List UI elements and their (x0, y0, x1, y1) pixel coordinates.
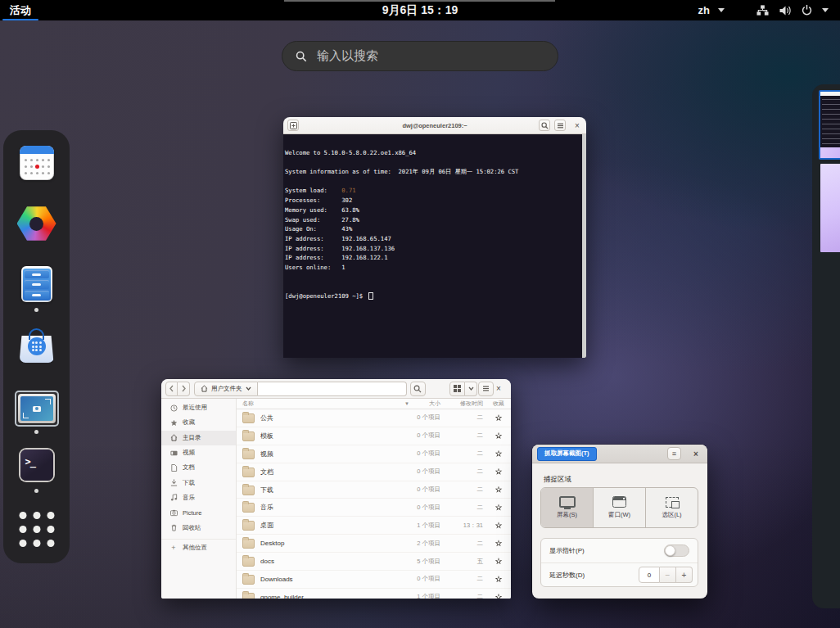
files-search-button[interactable] (410, 382, 426, 396)
star-toggle[interactable]: ☆ (488, 468, 509, 476)
file-row-desktop-zh[interactable]: 桌面1 个项目13：31☆ (237, 517, 511, 535)
sidebar-item-pictures[interactable]: Picture (161, 505, 236, 520)
view-options-button[interactable] (465, 382, 477, 396)
star-toggle[interactable]: ☆ (488, 413, 509, 422)
screenshot-app-icon[interactable] (15, 391, 59, 427)
terminal-app-icon[interactable]: >_ (20, 450, 53, 481)
terminal-menu-button[interactable] (554, 120, 566, 131)
workspace-switcher (812, 84, 840, 608)
sidebar-item-starred[interactable]: 收藏 (161, 415, 236, 430)
top-bar: 活动 9月6日 15：19 zh (0, 0, 840, 20)
star-toggle[interactable]: ☆ (488, 558, 509, 566)
selection-icon (666, 497, 679, 508)
delay-increase-button[interactable]: + (676, 567, 693, 583)
folder-icon (242, 521, 255, 531)
terminal-running-dot (34, 489, 38, 493)
take-screenshot-button[interactable]: 抓取屏幕截图(T) (537, 447, 597, 461)
star-toggle[interactable]: ☆ (488, 540, 509, 548)
files-sidebar: 最近使用 收藏 主目录 视频 文档 下载 音乐 Picture 回收站 +其他位… (161, 399, 237, 599)
language-indicator[interactable]: zh (698, 4, 710, 16)
star-toggle[interactable]: ☆ (488, 431, 509, 440)
capture-mode-segment: 屏幕(S) 窗口(W) 选区(L) (540, 487, 698, 528)
options-card: 显示指针(P) 延迟秒数(D) 0 − + (540, 538, 698, 587)
file-row-docs[interactable]: docs5 个项目五☆ (237, 553, 511, 571)
show-pointer-row: 显示指针(P) (541, 539, 698, 562)
folder-icon (242, 413, 255, 423)
screenshot-dialog-titlebar: 抓取屏幕截图(T) ≡ × (532, 445, 707, 463)
star-toggle[interactable]: ☆ (488, 522, 509, 530)
files-close-button[interactable]: × (493, 383, 504, 395)
window-icon (612, 496, 626, 508)
show-pointer-toggle[interactable] (664, 544, 689, 557)
files-app-icon[interactable] (21, 266, 52, 302)
dialog-close-button[interactable]: × (690, 448, 702, 459)
file-row-videos[interactable]: 视频0 个项目二☆ (237, 445, 511, 463)
volume-icon (778, 3, 792, 17)
file-row-templates[interactable]: 模板0 个项目二☆ (237, 427, 511, 445)
file-row-public[interactable]: 公共0 个项目二☆ (237, 409, 511, 427)
terminal-cursor (368, 292, 373, 300)
terminal-window[interactable]: dwj@openeuler2109:~ × Welcome to 5.10.0-… (283, 117, 586, 358)
files-window[interactable]: 用户文件夹 × 最近使用 收藏 主目录 视频 文档 下载 音乐 Picture (161, 379, 511, 599)
sidebar-item-recent[interactable]: 最近使用 (161, 400, 236, 415)
folder-icon (242, 468, 255, 477)
files-menu-button[interactable] (478, 382, 494, 396)
file-row-downloads[interactable]: Downloads0 个项目二☆ (237, 571, 511, 589)
show-applications-button[interactable] (19, 512, 54, 547)
files-toolbar: 用户文件夹 × (161, 379, 511, 399)
sidebar-item-documents[interactable]: 文档 (161, 460, 236, 475)
screenshot-dialog[interactable]: 抓取屏幕截图(T) ≡ × 捕捉区域 屏幕(S) 窗口(W) 选区(L) 显示指… (532, 445, 707, 599)
dock: >_ (3, 130, 70, 563)
file-row-desktop[interactable]: Desktop2 个项目二☆ (237, 535, 511, 553)
folder-icon (242, 450, 255, 459)
system-status-area[interactable]: zh (698, 0, 829, 20)
delay-decrease-button[interactable]: − (660, 567, 676, 583)
file-row-music[interactable]: 音乐0 个项目二☆ (237, 499, 511, 517)
search-bar[interactable]: 输入以搜索 (282, 41, 558, 71)
terminal-close-button[interactable]: × (571, 120, 583, 131)
terminal-output: Welcome to 5.10.0-5.8.0.22.oe1.x86_64 Sy… (285, 138, 580, 301)
file-row-documents[interactable]: 文档0 个项目二☆ (237, 463, 511, 481)
sidebar-item-videos[interactable]: 视频 (161, 445, 236, 460)
star-toggle[interactable]: ☆ (488, 450, 509, 458)
delay-spinbox: 0 − + (639, 567, 693, 583)
folder-icon (242, 539, 255, 549)
sort-descending-icon: ▼ (404, 401, 416, 406)
search-icon (296, 51, 307, 62)
calendar-app-icon[interactable] (20, 146, 54, 180)
breadcrumb[interactable]: 用户文件夹 (194, 382, 258, 396)
sidebar-item-other-locations[interactable]: +其他位置 (161, 539, 236, 553)
star-toggle[interactable]: ☆ (488, 486, 509, 494)
terminal-titlebar[interactable]: dwj@openeuler2109:~ × (283, 117, 586, 134)
star-toggle[interactable]: ☆ (488, 593, 509, 599)
workspace-thumbnail-active[interactable] (819, 90, 840, 160)
top-highlight-line (284, 0, 555, 2)
sidebar-item-trash[interactable]: 回收站 (161, 520, 236, 535)
software-app-icon[interactable] (19, 328, 55, 364)
sidebar-item-home[interactable]: 主目录 (161, 431, 236, 445)
star-toggle[interactable]: ☆ (488, 504, 509, 512)
system-menu-caret-icon (822, 8, 829, 12)
photos-app-icon[interactable] (17, 205, 56, 242)
mode-screen-button[interactable]: 屏幕(S) (541, 488, 594, 527)
mode-selection-button[interactable]: 选区(L) (646, 488, 698, 527)
mode-window-button[interactable]: 窗口(W) (594, 488, 646, 527)
sidebar-item-music[interactable]: 音乐 (161, 490, 236, 505)
forward-button[interactable] (178, 382, 190, 396)
capture-area-label: 捕捉区域 (544, 475, 571, 485)
terminal-search-button[interactable] (539, 120, 550, 131)
terminal-scrollbar[interactable] (582, 134, 586, 358)
view-grid-button[interactable] (449, 382, 465, 396)
delay-value[interactable]: 0 (639, 567, 660, 583)
dialog-menu-button[interactable]: ≡ (667, 447, 681, 460)
folder-icon (242, 486, 255, 495)
back-button[interactable] (165, 382, 178, 396)
location-bar[interactable] (258, 382, 407, 396)
file-row-downloads-zh[interactable]: 下载0 个项目二☆ (237, 481, 511, 499)
star-toggle[interactable]: ☆ (488, 575, 509, 583)
files-list: 名称 ▼ 大小 修改时间 收藏 公共0 个项目二☆ 模板0 个项目二☆ 视频0 … (237, 399, 511, 599)
workspace-thumbnail-2[interactable] (820, 164, 840, 252)
sidebar-item-downloads[interactable]: 下载 (161, 475, 236, 490)
file-row-gnome-builder[interactable]: gnome_builder1 个项目二☆ (237, 589, 511, 599)
files-list-header[interactable]: 名称 ▼ 大小 修改时间 收藏 (237, 399, 511, 409)
